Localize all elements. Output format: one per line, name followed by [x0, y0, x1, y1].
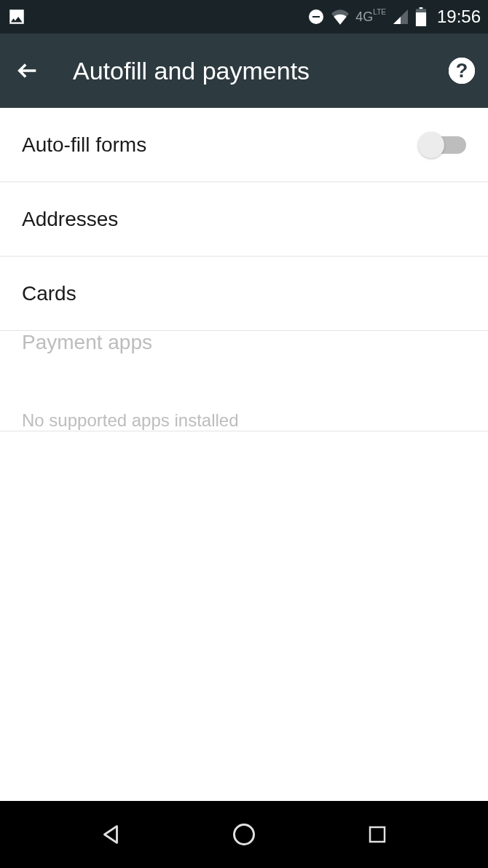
nav-recent-button[interactable] [360, 817, 395, 852]
setting-label: Payment apps [22, 331, 152, 406]
cellular-signal-icon [392, 8, 409, 26]
help-button[interactable]: ? [449, 58, 475, 84]
battery-icon [415, 7, 427, 26]
wifi-icon [331, 9, 350, 25]
setting-label: Addresses [22, 208, 466, 231]
svg-text:?: ? [456, 60, 468, 82]
status-bar: 4GLTE 19:56 [0, 0, 488, 34]
status-left [7, 7, 26, 26]
svg-rect-8 [370, 827, 385, 842]
page-title: Autofill and payments [73, 57, 427, 85]
setting-label: Cards [22, 282, 466, 305]
status-time: 19:56 [437, 7, 481, 27]
setting-payment-apps: Payment apps No supported apps installed [0, 331, 488, 431]
nav-back-button[interactable] [93, 817, 128, 852]
dnd-icon [307, 8, 325, 26]
setting-subtitle: No supported apps installed [22, 410, 239, 431]
back-button[interactable] [13, 56, 42, 85]
network-type-label: 4GLTE [355, 9, 386, 25]
setting-autofill-forms[interactable]: Auto-fill forms [0, 108, 488, 182]
svg-rect-2 [420, 7, 423, 9]
nav-home-button[interactable] [227, 817, 261, 852]
svg-rect-4 [416, 12, 426, 26]
setting-label: Auto-fill forms [22, 133, 421, 157]
app-bar: Autofill and payments ? [0, 34, 488, 108]
image-icon [7, 7, 26, 26]
svg-rect-1 [312, 16, 320, 17]
toggle-thumb [418, 132, 444, 158]
setting-addresses[interactable]: Addresses [0, 182, 488, 257]
status-right: 4GLTE 19:56 [307, 7, 481, 27]
svg-point-7 [234, 825, 253, 845]
settings-list: Auto-fill forms Addresses Cards Payment … [0, 108, 488, 431]
autofill-toggle[interactable] [421, 136, 466, 154]
navigation-bar [0, 801, 488, 868]
setting-cards[interactable]: Cards [0, 257, 488, 331]
